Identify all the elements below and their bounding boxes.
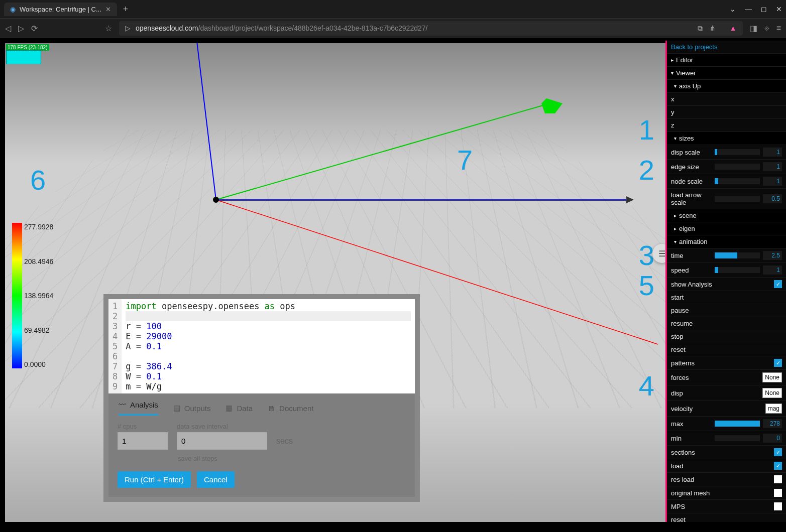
window-down-icon[interactable]: ⌄ <box>730 5 736 13</box>
browser-tab[interactable]: ◉ Workspace: Centrifuge | C... ✕ <box>4 3 117 16</box>
legend-min: 0.0000 <box>24 360 53 368</box>
load-arrow-slider[interactable] <box>715 196 760 202</box>
share-icon[interactable]: ⋔ <box>710 24 716 32</box>
section-axisup[interactable]: ▾axis Up <box>667 80 786 93</box>
disp-scale-slider[interactable] <box>715 149 760 155</box>
wallet-icon[interactable]: ⟐ <box>764 24 769 33</box>
tab-title: Workspace: Centrifuge | C... <box>20 6 101 13</box>
code-editor[interactable]: import openseespy.opensees as ops r = 10… <box>122 299 415 393</box>
callout-1: 1 <box>639 113 654 146</box>
url-path: /dashboard/project/workspace/488b26ef-a0… <box>198 24 428 32</box>
mps-checkbox[interactable] <box>774 502 782 510</box>
node-scale-slider[interactable] <box>715 178 760 184</box>
show-analysis-row: show Analysis✓ <box>667 278 786 291</box>
disp-scale-row: disp scale1 <box>667 145 786 160</box>
brave-rewards-icon[interactable]: ▲ <box>730 24 737 32</box>
mps-row: MPS <box>667 500 786 513</box>
tab-data[interactable]: ▦Data <box>226 401 253 416</box>
window-minimize-icon[interactable]: — <box>745 5 752 13</box>
resload-row: res load <box>667 473 786 486</box>
output-icon: ▤ <box>173 404 180 413</box>
anim-stop[interactable]: stop <box>667 330 786 343</box>
anim-reset[interactable]: reset <box>667 343 786 356</box>
tab-analysis[interactable]: 〰Analysis <box>119 401 158 416</box>
menu-icon[interactable]: ≡ <box>776 24 781 33</box>
code-gutter: 1 2 3 4 5 6 7 8 9 <box>108 299 122 393</box>
originalmesh-checkbox[interactable] <box>774 489 782 497</box>
section-scene[interactable]: ▸scene <box>667 209 786 222</box>
max-slider[interactable] <box>715 421 760 427</box>
inspector-sidebar: Back to projects ▸Editor ▾Viewer ▾axis U… <box>665 41 786 522</box>
edge-size-slider[interactable] <box>715 164 760 170</box>
min-slider[interactable] <box>715 435 760 441</box>
popout-icon[interactable]: ⧉ <box>698 24 703 33</box>
patterns-checkbox[interactable]: ✓ <box>774 359 782 367</box>
address-bar[interactable]: ▷ openseescloud.com/dashboard/project/wo… <box>119 21 743 36</box>
edge-size-row: edge size1 <box>667 160 786 174</box>
run-button[interactable]: Run (Ctrl + Enter) <box>118 471 191 488</box>
section-eigen[interactable]: ▸eigen <box>667 222 786 235</box>
back-to-projects[interactable]: Back to projects <box>667 41 786 54</box>
reset2[interactable]: reset <box>667 513 786 522</box>
cpus-input[interactable] <box>118 432 168 450</box>
section-sizes[interactable]: ▾sizes <box>667 132 786 145</box>
url-lock-icon: ▷ <box>125 24 131 32</box>
code-editor-panel: 1 2 3 4 5 6 7 8 9 import openseespy.open… <box>103 294 420 502</box>
3d-viewport[interactable]: 178 FPS (23-182) 277.9928 208.4946 138.9… <box>5 43 665 522</box>
save-all-steps[interactable]: save all steps <box>178 455 406 462</box>
forces-select[interactable]: None <box>762 372 782 382</box>
document-icon: 🗎 <box>268 404 275 413</box>
velocity-row: velocitymag <box>667 401 786 417</box>
callout-5: 5 <box>639 269 654 302</box>
speed-row: speed1 <box>667 263 786 278</box>
axis-x[interactable]: x <box>667 93 786 106</box>
max-row: max278 <box>667 417 786 431</box>
load-arrow-row: load arrow scale0.5 <box>667 189 786 209</box>
nav-forward-icon[interactable]: ▷ <box>18 24 24 33</box>
url-domain: openseescloud.com <box>136 24 198 32</box>
sidebar-toggle-icon[interactable]: ◨ <box>750 24 757 33</box>
chart-icon: 〰 <box>119 401 126 409</box>
sections-checkbox[interactable]: ✓ <box>774 448 782 456</box>
callout-6: 6 <box>30 164 46 196</box>
velocity-select[interactable]: mag <box>765 404 782 414</box>
section-animation[interactable]: ▾animation <box>667 235 786 248</box>
color-legend: 277.9928 208.4946 138.9964 69.4982 0.000… <box>12 223 53 368</box>
time-row: time2.5 <box>667 248 786 263</box>
legend-v3: 69.4982 <box>24 326 53 334</box>
callout-3: 3 <box>639 239 654 272</box>
resload-checkbox[interactable] <box>774 475 782 483</box>
legend-v2: 138.9964 <box>24 292 53 300</box>
disp-row: dispNone <box>667 385 786 401</box>
load-checkbox[interactable]: ✓ <box>774 462 782 470</box>
section-editor[interactable]: ▸Editor <box>667 54 786 67</box>
time-slider[interactable] <box>715 252 760 258</box>
nav-back-icon[interactable]: ◁ <box>5 24 11 33</box>
data-icon: ▦ <box>226 404 233 413</box>
load-row: load✓ <box>667 459 786 473</box>
close-tab-icon[interactable]: ✕ <box>105 6 111 13</box>
bookmark-icon[interactable]: ☆ <box>105 24 112 33</box>
nav-reload-icon[interactable]: ⟳ <box>31 24 38 33</box>
window-close-icon[interactable]: ✕ <box>776 5 782 13</box>
min-row: min0 <box>667 431 786 446</box>
axis-z[interactable]: z <box>667 119 786 132</box>
tab-outputs[interactable]: ▤Outputs <box>173 401 211 416</box>
section-viewer[interactable]: ▾Viewer <box>667 67 786 80</box>
legend-v1: 208.4946 <box>24 257 53 265</box>
show-analysis-checkbox[interactable]: ✓ <box>774 280 782 288</box>
axis-y[interactable]: y <box>667 106 786 119</box>
tab-document[interactable]: 🗎Document <box>268 401 313 416</box>
interval-input[interactable] <box>177 432 267 450</box>
anim-start[interactable]: start <box>667 291 786 304</box>
new-tab-button[interactable]: + <box>123 4 129 15</box>
fps-graph <box>6 50 41 64</box>
window-maximize-icon[interactable]: ◻ <box>761 5 767 13</box>
anim-pause[interactable]: pause <box>667 304 786 317</box>
cancel-button[interactable]: Cancel <box>197 471 235 488</box>
legend-gradient <box>12 223 22 368</box>
anim-resume[interactable]: resume <box>667 317 786 330</box>
disp-select[interactable]: None <box>762 388 782 398</box>
speed-slider[interactable] <box>715 267 760 273</box>
callout-7: 7 <box>457 144 473 176</box>
